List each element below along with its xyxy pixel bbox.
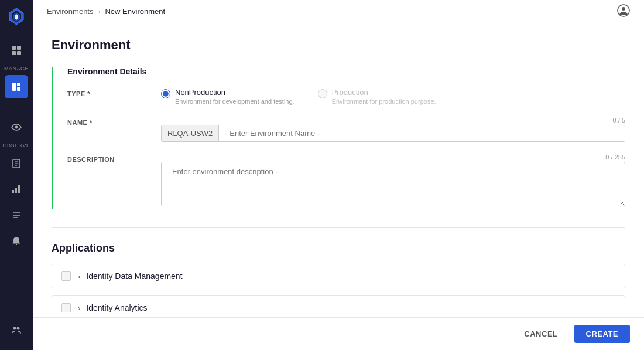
app-chevron-idm: ›	[78, 272, 80, 281]
main-content: Environments › New Environment Environme…	[33, 0, 644, 350]
production-title: Production	[332, 88, 436, 97]
type-label: TYPE *	[67, 88, 161, 97]
breadcrumb-separator: ›	[98, 8, 100, 16]
radio-group: NonProduction Environment for developmen…	[161, 88, 625, 105]
svg-rect-18	[18, 185, 20, 193]
svg-rect-16	[12, 190, 14, 193]
description-label: DESCRIPTION	[67, 154, 161, 163]
topbar: Environments › New Environment	[33, 0, 644, 23]
svg-rect-8	[12, 83, 16, 91]
svg-rect-6	[12, 51, 16, 55]
logo	[0, 0, 33, 33]
description-row: DESCRIPTION 0 / 255	[67, 154, 625, 209]
svg-point-26	[622, 7, 625, 11]
nonproduction-subtitle: Environment for development and testing.	[175, 98, 294, 105]
type-control: NonProduction Environment for developmen…	[161, 88, 625, 105]
svg-rect-7	[17, 51, 21, 55]
nonproduction-title: NonProduction	[175, 88, 294, 97]
name-field-wrapper: 0 / 5 RLQA-USW2	[161, 117, 625, 142]
app-name-idm: Identity Data Management	[86, 271, 182, 281]
section-heading: Environment Details	[67, 67, 625, 76]
production-subtitle: Environment for production purpose.	[332, 98, 436, 105]
applications-title: Applications	[52, 242, 625, 254]
doc-nav-icon[interactable]	[5, 152, 28, 175]
svg-rect-17	[15, 188, 17, 193]
observe-eye-icon[interactable]	[5, 115, 28, 139]
app-chevron-ia: ›	[78, 304, 80, 312]
breadcrumb-parent[interactable]: Environments	[47, 7, 93, 16]
nonproduction-option[interactable]: NonProduction Environment for developmen…	[161, 88, 294, 105]
svg-point-11	[15, 126, 18, 129]
breadcrumb: Environments › New Environment	[47, 7, 165, 16]
svg-rect-10	[17, 87, 20, 91]
users-nav-icon[interactable]	[5, 318, 28, 342]
sidebar: MANAGE OBSERVE	[0, 0, 33, 350]
production-option[interactable]: Production Environment for production pu…	[318, 88, 436, 105]
description-textarea[interactable]	[161, 162, 625, 206]
environment-details-section: Environment Details TYPE * NonProduction…	[52, 67, 625, 209]
svg-point-23	[13, 327, 16, 330]
app-checkbox-idm[interactable]	[61, 271, 71, 281]
footer: CANCEL CREATE	[33, 317, 644, 350]
section-divider	[52, 227, 625, 228]
create-button[interactable]: CREATE	[574, 325, 630, 343]
observe-section: OBSERVE	[0, 110, 33, 259]
svg-point-24	[17, 327, 20, 330]
name-prefix: RLQA-USW2	[162, 125, 219, 141]
manage-section: MANAGE	[0, 33, 33, 104]
app-name-ia: Identity Analytics	[86, 303, 147, 312]
description-char-count: 0 / 255	[161, 154, 625, 161]
applications-section: Applications › Identity Data Management …	[52, 242, 625, 317]
name-row: NAME * 0 / 5 RLQA-USW2	[67, 117, 625, 142]
manage-active-nav-icon[interactable]	[5, 75, 28, 98]
cancel-button[interactable]: CANCEL	[515, 325, 567, 343]
chart-nav-icon[interactable]	[5, 178, 28, 201]
type-row: TYPE * NonProduction Environment for dev…	[67, 88, 625, 105]
app-item-idm[interactable]: › Identity Data Management	[52, 264, 625, 288]
breadcrumb-current: New Environment	[105, 7, 165, 16]
svg-rect-9	[17, 83, 20, 86]
svg-rect-5	[17, 46, 21, 50]
app-item-ia[interactable]: › Identity Analytics	[52, 295, 625, 317]
bell-nav-icon[interactable]	[5, 229, 28, 253]
production-radio[interactable]	[318, 89, 327, 98]
logo-icon	[7, 7, 26, 26]
nonproduction-radio[interactable]	[161, 89, 170, 98]
name-label: NAME *	[67, 117, 161, 126]
content-area: Environment Environment Details TYPE * N…	[33, 23, 644, 317]
name-char-count: 0 / 5	[161, 117, 625, 124]
sidebar-bottom	[5, 317, 28, 350]
name-input-row: RLQA-USW2	[161, 125, 625, 142]
user-menu-icon[interactable]	[617, 4, 630, 19]
grid-nav-icon[interactable]	[5, 39, 28, 62]
description-wrapper: 0 / 255	[161, 154, 625, 209]
svg-rect-4	[12, 46, 16, 50]
page-title: Environment	[52, 38, 625, 53]
sidebar-divider-1	[7, 107, 26, 107]
app-checkbox-ia[interactable]	[61, 303, 71, 312]
observe-label: OBSERVE	[3, 142, 30, 148]
manage-label: MANAGE	[4, 66, 29, 72]
list-nav-icon[interactable]	[5, 203, 28, 227]
name-input[interactable]	[219, 125, 625, 141]
